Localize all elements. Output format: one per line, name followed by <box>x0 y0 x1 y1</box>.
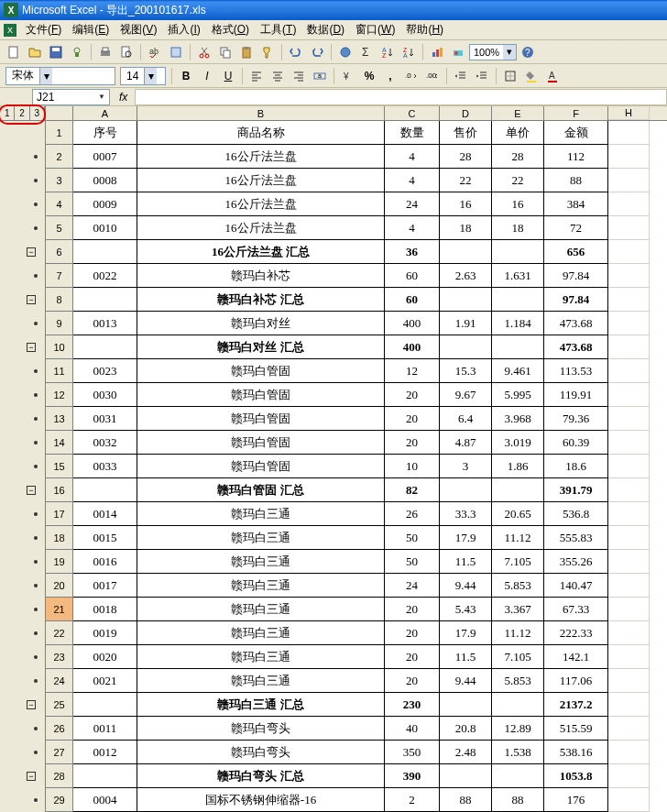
cell[interactable]: 26 <box>385 502 440 526</box>
cell[interactable]: 0016 <box>73 550 137 574</box>
cell[interactable]: 序号 <box>73 121 137 145</box>
cell[interactable]: 赣玛白弯头 <box>137 741 385 764</box>
cell[interactable]: 9.44 <box>440 574 492 598</box>
redo-icon[interactable] <box>307 42 327 62</box>
cell[interactable] <box>73 478 137 502</box>
cell[interactable]: 222.33 <box>544 621 608 645</box>
cell[interactable]: 20 <box>385 669 440 693</box>
cell[interactable]: 9.44 <box>440 669 492 693</box>
cell[interactable]: 24 <box>385 192 440 216</box>
menu-item[interactable]: 文件(F) <box>20 21 67 38</box>
cell[interactable]: 60.39 <box>544 431 608 455</box>
cell[interactable]: 16公斤法兰盘 <box>137 169 385 192</box>
open-icon[interactable] <box>25 42 45 62</box>
cell[interactable]: 17.9 <box>440 526 492 550</box>
cell[interactable] <box>608 264 650 288</box>
cell[interactable]: 473.68 <box>544 335 608 359</box>
row-number[interactable]: 27 <box>46 741 73 764</box>
cell[interactable]: 97.84 <box>544 288 608 312</box>
cell[interactable]: 0023 <box>73 359 137 383</box>
increase-decimal-icon[interactable]: .0 <box>401 66 421 86</box>
font-color-icon[interactable]: A <box>542 66 563 86</box>
cell[interactable] <box>608 598 650 621</box>
doc-control-icon[interactable]: X <box>4 24 16 37</box>
row-number[interactable]: 24 <box>46 669 73 693</box>
cell[interactable]: 0022 <box>73 264 137 288</box>
cell[interactable]: 赣玛白管固 <box>137 359 385 383</box>
paste-icon[interactable] <box>236 42 257 62</box>
outline-collapse-icon[interactable]: − <box>27 343 36 352</box>
cell[interactable]: 10 <box>385 455 440 478</box>
cell[interactable]: 1.631 <box>492 264 544 288</box>
cell[interactable]: 473.68 <box>544 312 608 335</box>
fill-color-icon[interactable] <box>521 66 541 86</box>
column-header[interactable]: B <box>137 106 385 120</box>
cell[interactable] <box>440 764 492 788</box>
cell[interactable] <box>440 240 492 264</box>
cell[interactable]: 0015 <box>73 526 137 550</box>
cell[interactable] <box>492 764 544 788</box>
font-name-selector[interactable]: 宋体 ▾ <box>5 67 115 85</box>
row-number[interactable]: 16 <box>46 478 73 502</box>
cell[interactable]: 656 <box>544 240 608 264</box>
cell[interactable]: 商品名称 <box>137 121 385 145</box>
cell[interactable]: 11.5 <box>440 550 492 574</box>
row-number[interactable]: 1 <box>46 121 73 145</box>
align-left-icon[interactable] <box>246 66 267 86</box>
row-number[interactable]: 25 <box>46 693 73 717</box>
cell[interactable]: 112 <box>544 145 608 169</box>
zoom-selector[interactable]: 100% ▾ <box>469 44 517 60</box>
cell[interactable]: 18.6 <box>544 455 608 478</box>
cell[interactable]: 515.59 <box>544 717 608 741</box>
cell[interactable]: 22 <box>440 169 492 192</box>
cell[interactable]: 36 <box>385 240 440 264</box>
cell[interactable]: 赣玛白三通 <box>137 574 385 598</box>
outline-collapse-icon[interactable]: − <box>27 486 36 495</box>
cell[interactable]: 赣玛白补芯 汇总 <box>137 288 385 312</box>
row-number[interactable]: 20 <box>46 574 73 598</box>
cell[interactable] <box>608 526 650 550</box>
menu-item[interactable]: 窗口(W) <box>350 21 400 38</box>
cell[interactable]: 赣玛白管固 <box>137 431 385 455</box>
cell[interactable]: 117.06 <box>544 669 608 693</box>
cell[interactable]: 7.105 <box>492 550 544 574</box>
row-number[interactable]: 2 <box>46 145 73 169</box>
cell[interactable] <box>608 717 650 741</box>
cell[interactable]: 20.65 <box>492 502 544 526</box>
format-painter-icon[interactable] <box>257 42 278 62</box>
row-number[interactable]: 23 <box>46 645 73 669</box>
cell[interactable]: 1.91 <box>440 312 492 335</box>
cell[interactable]: 22 <box>492 169 544 192</box>
cell[interactable]: 0007 <box>73 145 137 169</box>
outline-collapse-icon[interactable]: − <box>27 295 36 304</box>
comma-icon[interactable]: , <box>380 66 400 86</box>
cell[interactable]: 3.367 <box>492 598 544 621</box>
cell[interactable]: 50 <box>385 550 440 574</box>
row-number[interactable]: 26 <box>46 717 73 741</box>
copy-icon[interactable] <box>215 42 235 62</box>
cell[interactable]: 142.1 <box>544 645 608 669</box>
cell[interactable]: 20 <box>385 621 440 645</box>
cell[interactable]: 9.461 <box>492 359 544 383</box>
cell[interactable]: 0013 <box>73 312 137 335</box>
cell[interactable] <box>492 240 544 264</box>
cell[interactable]: 6.4 <box>440 407 492 431</box>
align-center-icon[interactable] <box>268 66 288 86</box>
cell[interactable]: 0004 <box>73 788 137 812</box>
cell[interactable]: 390 <box>385 764 440 788</box>
column-header[interactable]: C <box>385 106 440 120</box>
align-right-icon[interactable] <box>289 66 309 86</box>
cell[interactable]: 赣玛白弯头 汇总 <box>137 764 385 788</box>
menu-item[interactable]: 视图(V) <box>115 21 162 38</box>
chevron-down-icon[interactable]: ▾ <box>503 45 516 60</box>
cell[interactable] <box>608 550 650 574</box>
increase-indent-icon[interactable] <box>472 66 492 86</box>
cell[interactable] <box>492 335 544 359</box>
cell[interactable]: 0033 <box>73 455 137 478</box>
cell[interactable]: 15.3 <box>440 359 492 383</box>
cell[interactable]: 5.853 <box>492 669 544 693</box>
cell[interactable] <box>608 121 650 145</box>
row-number[interactable]: 4 <box>46 192 73 216</box>
menu-item[interactable]: 插入(I) <box>162 21 205 38</box>
cut-icon[interactable] <box>194 42 214 62</box>
